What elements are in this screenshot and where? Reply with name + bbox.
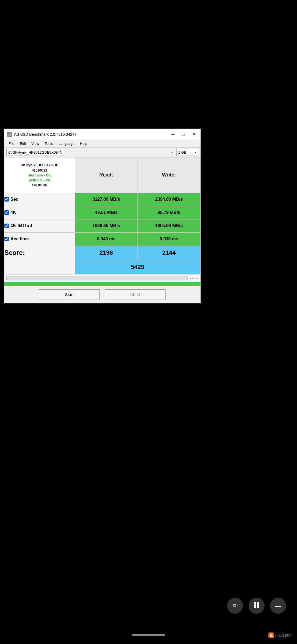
seq-label: Seq	[4, 197, 75, 202]
drive-select[interactable]: C: SKHynix_HFS512GDE9X084N	[6, 149, 64, 156]
acctime-label: Acc.time	[4, 237, 75, 241]
4k-read: 48.51 MB/s	[75, 206, 138, 219]
acctime-read: 0.043 ms	[75, 232, 138, 246]
menu-language[interactable]: Language	[56, 140, 77, 147]
app-window: AS SSD Benchmark 2.0.7316.34247 ─ □ ✕ Fi…	[4, 129, 201, 303]
more-nav-button[interactable]	[270, 598, 286, 614]
toolbar: C: SKHynix_HFS512GDE9X084N 1 GB	[4, 148, 200, 157]
4k64thrd-label-cell: 4K-64Thrd	[4, 219, 75, 232]
acctime-write: 0.038 ms	[138, 232, 200, 246]
close-button[interactable]: ✕	[190, 131, 198, 138]
total-score: 5429	[75, 260, 200, 274]
menu-help[interactable]: Help	[77, 140, 90, 147]
home-indicator	[132, 634, 165, 636]
svg-point-10	[279, 606, 281, 607]
total-score-row: 5429	[4, 260, 200, 274]
menu-tools[interactable]: Tools	[42, 140, 56, 147]
acctime-checkbox[interactable]	[4, 237, 9, 241]
menu-file[interactable]: File	[6, 140, 17, 147]
watermark: 值 什么值得买	[268, 632, 292, 638]
svg-rect-3	[8, 135, 10, 135]
4k-row: 4K 48.51 MB/s 98.79 MB/s	[4, 206, 200, 219]
title-bar: AS SSD Benchmark 2.0.7316.34247 ─ □ ✕	[4, 129, 200, 140]
4k-checkbox[interactable]	[4, 210, 9, 215]
size-select-wrapper: 1 GB	[176, 149, 198, 156]
header-row: SKHynix_HFS512GDE 41020C22 stornvme - OK…	[4, 157, 200, 193]
more-icon	[275, 602, 281, 609]
grid-icon	[254, 602, 260, 610]
abort-button[interactable]: Abort	[105, 289, 166, 300]
total-score-empty	[4, 260, 75, 274]
svg-rect-7	[257, 605, 259, 608]
acctime-row: Acc.time 0.043 ms 0.038 ms	[4, 232, 200, 246]
bench-table: SKHynix_HFS512GDE 41020C22 stornvme - OK…	[4, 157, 200, 275]
seq-label-cell: Seq	[4, 193, 75, 206]
svg-point-9	[277, 606, 279, 607]
size-select[interactable]: 1 GB	[176, 149, 198, 156]
seq-row: Seq 3127.09 MB/s 2394.80 MB/s	[4, 193, 200, 206]
seq-checkbox[interactable]	[4, 197, 9, 202]
read-header: Read:	[75, 157, 138, 193]
menu-view[interactable]: View	[29, 140, 42, 147]
svg-rect-5	[257, 602, 259, 605]
drive-select-wrapper: C: SKHynix_HFS512GDE9X084N	[6, 149, 175, 156]
app-icon	[7, 132, 12, 137]
progress-bar-outer	[6, 276, 188, 280]
bottom-nav: ✏	[227, 598, 286, 614]
4k64thrd-row: 4K-64Thrd 1836.85 MB/s 1805.99 MB/s	[4, 219, 200, 232]
edit-nav-button[interactable]: ✏	[227, 598, 243, 614]
start-button[interactable]: Start	[39, 289, 100, 300]
watermark-icon: 值	[268, 632, 274, 638]
drive-status1: stornvme - OK	[9, 173, 70, 178]
grid-nav-button[interactable]	[249, 598, 265, 614]
button-row: Start Abort	[4, 287, 200, 303]
watermark-text: 什么值得买	[275, 633, 292, 638]
4k64thrd-label: 4K-64Thrd	[4, 223, 75, 228]
seq-write: 2394.80 MB/s	[138, 193, 200, 206]
svg-rect-4	[254, 602, 256, 605]
svg-rect-1	[8, 133, 11, 136]
score-label: Score:	[4, 246, 75, 260]
drive-status2: 283648 K - OK	[9, 178, 70, 183]
minimize-button[interactable]: ─	[169, 131, 177, 138]
main-content: SKHynix_HFS512GDE 41020C22 stornvme - OK…	[4, 157, 200, 303]
4k-label: 4K	[4, 210, 75, 215]
drive-info: SKHynix_HFS512GDE 41020C22 stornvme - OK…	[7, 160, 73, 190]
menu-edit[interactable]: Edit	[17, 140, 29, 147]
maximize-button[interactable]: □	[180, 131, 187, 138]
drive-model: 41020C22	[9, 168, 70, 173]
progress-indicator: - - - - -	[190, 276, 198, 280]
4k64thrd-checkbox[interactable]	[4, 224, 9, 228]
write-header: Write:	[138, 157, 200, 193]
score-write: 2144	[138, 246, 200, 260]
svg-point-8	[275, 606, 277, 607]
window-title: AS SSD Benchmark 2.0.7316.34247	[14, 132, 169, 137]
score-row: Score: 2198 2144	[4, 246, 200, 260]
svg-rect-6	[254, 605, 256, 608]
svg-rect-2	[8, 134, 10, 134]
score-read: 2198	[75, 246, 138, 260]
seq-read: 3127.09 MB/s	[75, 193, 138, 206]
green-full-bar	[4, 282, 200, 286]
progress-area: - - - - -	[4, 275, 200, 282]
menu-bar: File Edit View Tools Language Help	[4, 140, 200, 148]
edit-icon: ✏	[233, 602, 238, 609]
window-controls: ─ □ ✕	[169, 131, 198, 138]
drive-name: SKHynix_HFS512GDE	[9, 162, 70, 168]
4k-write: 98.79 MB/s	[138, 206, 200, 219]
4k64thrd-write: 1805.99 MB/s	[138, 219, 200, 232]
4k-label-cell: 4K	[4, 206, 75, 219]
drive-size: 476.94 GB	[9, 183, 70, 188]
4k64thrd-read: 1836.85 MB/s	[75, 219, 138, 232]
acctime-label-cell: Acc.time	[4, 232, 75, 246]
